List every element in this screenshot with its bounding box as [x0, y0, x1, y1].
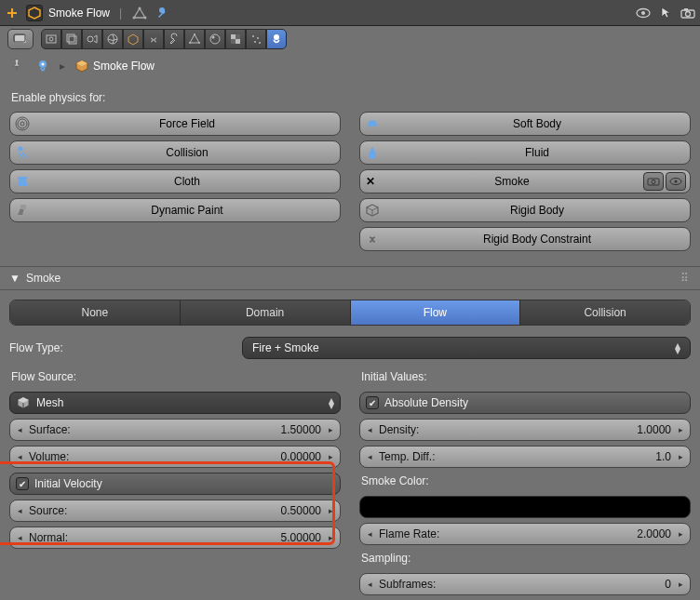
- editor-type-button[interactable]: [7, 29, 34, 49]
- tab-physics-icon[interactable]: [266, 29, 287, 49]
- svg-rect-44: [20, 205, 26, 209]
- physics-fluid-button[interactable]: Fluid: [359, 140, 691, 165]
- svg-point-10: [686, 11, 691, 16]
- collision-icon: [10, 145, 34, 160]
- tab-world-icon[interactable]: [102, 29, 123, 49]
- increment-icon[interactable]: ▸: [325, 452, 336, 461]
- svg-point-5: [144, 16, 147, 19]
- smoke-panel-header[interactable]: ▼ Smoke ⠿: [0, 266, 700, 290]
- cursor-icon[interactable]: [657, 5, 674, 21]
- smoke-color-swatch[interactable]: [359, 496, 691, 518]
- initial-velocity-toggle[interactable]: ✔ Initial Velocity: [9, 473, 341, 495]
- flame-rate-field[interactable]: ◂ Flame Rate: 2.0000 ▸: [359, 523, 691, 545]
- vertex-groups-icon[interactable]: [131, 5, 148, 21]
- initial-velocity-label: Initial Velocity: [34, 477, 102, 490]
- tab-constraints-icon[interactable]: [143, 29, 164, 49]
- tab-flow[interactable]: Flow: [351, 300, 521, 325]
- physics-cloth-button[interactable]: Cloth: [9, 169, 341, 193]
- increment-icon[interactable]: ▸: [325, 425, 336, 434]
- svg-point-18: [88, 36, 93, 42]
- svg-line-50: [367, 207, 372, 210]
- subframes-value: 0: [436, 578, 675, 591]
- physics-rigid-body-button[interactable]: Rigid Body: [359, 198, 691, 222]
- breadcrumb-object[interactable]: Smoke Flow: [74, 59, 155, 73]
- svg-point-46: [652, 180, 655, 184]
- increment-icon[interactable]: ▸: [325, 533, 336, 542]
- absolute-density-toggle[interactable]: ✔ Absolute Density: [359, 392, 691, 414]
- dynamic-paint-icon: [10, 203, 34, 218]
- flow-type-dropdown[interactable]: Fire + Smoke ▴▾: [242, 337, 691, 359]
- svg-rect-16: [67, 34, 74, 42]
- rigid-body-icon: [360, 203, 384, 218]
- eye-icon[interactable]: [666, 172, 686, 191]
- decrement-icon[interactable]: ◂: [14, 425, 25, 434]
- svg-point-24: [189, 42, 191, 44]
- wrench-icon[interactable]: [154, 5, 170, 21]
- svg-line-51: [372, 207, 378, 210]
- decrement-icon[interactable]: ◂: [14, 452, 25, 461]
- physics-rigid-body-constraint-button[interactable]: Rigid Body Constraint: [359, 227, 691, 251]
- svg-rect-27: [231, 34, 236, 39]
- svg-point-31: [252, 35, 254, 37]
- smoke-panel-title: Smoke: [26, 272, 61, 285]
- drag-handle-icon[interactable]: ⠿: [680, 272, 691, 285]
- force-field-icon: [10, 116, 34, 131]
- flame-rate-label: Flame Rate:: [375, 527, 439, 540]
- tab-object-icon[interactable]: [123, 29, 143, 49]
- add-icon[interactable]: [4, 5, 20, 21]
- subframes-field[interactable]: ◂ Subframes: 0 ▸: [359, 573, 691, 595]
- iv-source-value: 0.50000: [67, 504, 325, 517]
- increment-icon[interactable]: ▸: [675, 580, 686, 589]
- flow-source-dropdown[interactable]: Mesh ▴▾: [9, 392, 341, 414]
- volume-field[interactable]: ◂ Volume: 0.00000 ▸: [9, 446, 341, 468]
- decrement-icon[interactable]: ◂: [14, 533, 25, 542]
- tab-none[interactable]: None: [10, 300, 181, 325]
- tab-modifiers-icon[interactable]: [164, 29, 184, 49]
- surface-field[interactable]: ◂ Surface: 1.50000 ▸: [9, 419, 341, 441]
- datablock-icon[interactable]: [35, 59, 50, 73]
- dropdown-handles-icon: ▴▾: [329, 397, 334, 408]
- volume-label: Volume:: [25, 450, 69, 463]
- increment-icon[interactable]: ▸: [325, 506, 336, 515]
- physics-soft-body-button[interactable]: Soft Body: [359, 112, 691, 136]
- rigid-body-label: Rigid Body: [384, 204, 690, 217]
- absolute-density-label: Absolute Density: [384, 396, 468, 409]
- physics-force-field-button[interactable]: Force Field: [9, 112, 341, 136]
- svg-marker-20: [128, 34, 138, 45]
- camera-bake-icon[interactable]: [643, 172, 664, 191]
- physics-dynamic-paint-button[interactable]: Dynamic Paint: [9, 198, 341, 222]
- decrement-icon[interactable]: ◂: [364, 425, 375, 434]
- svg-point-26: [212, 36, 215, 39]
- tab-domain[interactable]: Domain: [181, 300, 351, 325]
- pin-icon[interactable]: [9, 58, 26, 74]
- camera-icon[interactable]: [680, 5, 696, 21]
- tab-data-icon[interactable]: [184, 29, 205, 49]
- decrement-icon[interactable]: ◂: [364, 529, 375, 539]
- tab-render-icon[interactable]: [41, 29, 61, 49]
- chevron-right-icon: ▸: [60, 60, 65, 73]
- decrement-icon[interactable]: ◂: [14, 506, 25, 515]
- tab-collision[interactable]: Collision: [520, 300, 690, 325]
- increment-icon[interactable]: ▸: [675, 452, 686, 461]
- object-mesh-icon[interactable]: [26, 5, 43, 21]
- decrement-icon[interactable]: ◂: [364, 580, 375, 589]
- density-field[interactable]: ◂ Density: 1.0000 ▸: [359, 419, 691, 441]
- tab-render-layers-icon[interactable]: [61, 29, 82, 49]
- tab-material-icon[interactable]: [205, 29, 225, 49]
- physics-smoke-button[interactable]: ✕ Smoke: [359, 169, 691, 193]
- increment-icon[interactable]: ▸: [675, 529, 686, 539]
- iv-normal-field[interactable]: ◂ Normal: 5.00000 ▸: [9, 527, 341, 549]
- fluid-icon: [360, 145, 384, 160]
- tab-scene-icon[interactable]: [82, 29, 102, 49]
- increment-icon[interactable]: ▸: [675, 425, 686, 434]
- temp-diff-field[interactable]: ◂ Temp. Diff.: 1.0 ▸: [359, 446, 691, 468]
- physics-collision-button[interactable]: Collision: [9, 140, 341, 165]
- eye-toggle-icon[interactable]: [635, 5, 652, 21]
- svg-point-40: [20, 122, 24, 126]
- iv-source-field[interactable]: ◂ Source: 0.50000 ▸: [9, 500, 341, 522]
- object-name: Smoke Flow: [48, 7, 110, 20]
- svg-point-41: [18, 119, 27, 128]
- decrement-icon[interactable]: ◂: [364, 452, 375, 461]
- tab-texture-icon[interactable]: [225, 29, 246, 49]
- tab-particles-icon[interactable]: [246, 29, 266, 49]
